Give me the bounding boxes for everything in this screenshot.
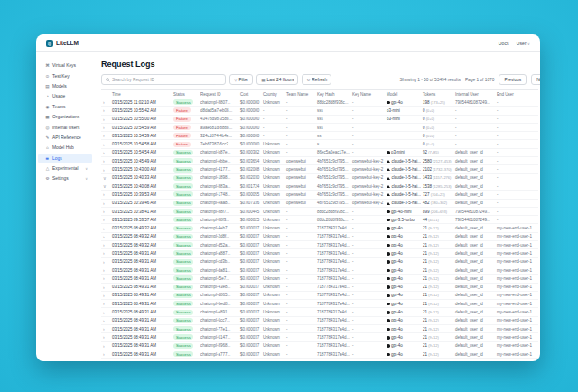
row-expand-chevron[interactable]: ›	[101, 257, 110, 266]
table-row[interactable]: ›03/15/2025 10:55:42 AMFailured8dad5a7-e…	[101, 107, 538, 115]
table-row[interactable]: ›03/15/2025 10:54:58 AMFailure7eb67387-6…	[101, 140, 538, 148]
table-row[interactable]: ›03/15/2025 08:49:31 AMSuccesschatcmpl-7…	[101, 325, 538, 333]
row-expand-chevron[interactable]: ›	[101, 148, 110, 156]
request-search-box[interactable]	[101, 74, 226, 85]
cell-status: Success	[172, 325, 199, 333]
row-expand-chevron[interactable]: ∨	[101, 173, 110, 182]
table-row[interactable]: ›03/15/2025 08:49:31 AMSuccesschatcmpl-6…	[101, 300, 538, 308]
table-row[interactable]: ›03/15/2025 11:02:10 AMSuccesschatcmpl-8…	[101, 98, 538, 107]
row-expand-chevron[interactable]: ›	[101, 216, 110, 224]
previous-page-button[interactable]: Previous	[499, 74, 527, 85]
search-input[interactable]	[112, 78, 221, 82]
row-expand-chevron[interactable]: ›	[101, 283, 110, 291]
user-menu[interactable]: User ∨	[517, 41, 530, 46]
row-expand-chevron[interactable]: ›	[101, 266, 110, 274]
row-expand-chevron[interactable]: ›	[101, 333, 110, 341]
cell-tokens: 21 (9+12)	[421, 241, 453, 249]
sidebar-item-model-hub[interactable]: ⌂Model Hub	[38, 143, 92, 153]
cell-key-name: openwebui-key-2	[350, 165, 385, 173]
sidebar-item-virtual-keys[interactable]: ⌘Virtual Keys	[38, 61, 92, 70]
table-row[interactable]: ›03/15/2025 08:49:31 AMSuccesschatcmpl-e…	[101, 308, 538, 316]
row-expand-chevron[interactable]: ›	[101, 98, 110, 107]
row-expand-chevron[interactable]: ›	[101, 199, 110, 207]
table-row[interactable]: ›03/15/2025 08:49:31 AMSuccesschatcmpl-c…	[101, 257, 538, 266]
sidebar-item-teams[interactable]: ◉Teams	[38, 102, 92, 112]
row-expand-chevron[interactable]: ›	[101, 115, 110, 123]
status-badge: Success	[173, 293, 193, 298]
docs-link[interactable]: Docs	[499, 41, 509, 46]
sidebar-item-logs[interactable]: ≣Logs	[38, 154, 92, 163]
table-row[interactable]: ›03/15/2025 08:49:31 AMSuccesschatcmpl-a…	[101, 350, 538, 358]
row-expand-chevron[interactable]: ›	[101, 275, 110, 283]
time-range-button[interactable]: ▦ Last 24 Hours	[256, 74, 298, 85]
status-badge: Success	[173, 201, 193, 206]
sidebar-item-organizations[interactable]: ▦Organizations	[38, 112, 92, 122]
refresh-button[interactable]: ↻ Refresh	[302, 74, 331, 85]
sidebar-item-test-key[interactable]: ⊙Test Key	[38, 70, 92, 80]
next-page-button[interactable]: Next	[531, 74, 540, 85]
row-expand-chevron[interactable]: ›	[101, 316, 110, 324]
row-expand-chevron[interactable]: ›	[101, 291, 110, 299]
sidebar-item-settings[interactable]: ⚙Settings∨	[38, 173, 92, 183]
sidebar-item-experimental[interactable]: △Experimental∨	[38, 163, 92, 173]
filter-button[interactable]: ▽ Filter	[229, 74, 253, 85]
cell-key-name: -	[350, 257, 385, 266]
table-row[interactable]: ›03/15/2025 10:43:00 AMSuccesschatcmpl-4…	[101, 165, 538, 173]
cell-tokens: 727 (704+23)	[421, 191, 453, 199]
table-row[interactable]: ›03/15/2025 08:49:31 AMSuccesschatcmpl-d…	[101, 266, 538, 274]
row-expand-chevron[interactable]: ›	[101, 224, 110, 232]
row-expand-chevron[interactable]: ›	[101, 350, 110, 358]
table-row[interactable]: ›03/15/2025 10:45:49 AMSuccesschatcmpl-e…	[101, 157, 538, 165]
row-expand-chevron[interactable]: ›	[101, 140, 110, 148]
table-row[interactable]: ›03/15/2025 10:39:53 AMSuccesschatcmpl-1…	[101, 191, 538, 199]
table-row[interactable]: ∨03/15/2025 10:40:08 AMSuccesschatcmpl-8…	[101, 182, 538, 190]
cell-team-name: -	[284, 232, 315, 240]
table-row[interactable]: ∨03/15/2025 10:40:33 AMSuccesschatcmpl-1…	[101, 173, 538, 182]
table-row[interactable]: ›03/15/2025 10:38:41 AMSuccesschatcmpl-8…	[101, 207, 538, 215]
cell-tokens: 0 (0+0)	[421, 140, 453, 148]
table-row[interactable]: ›03/15/2025 08:49:32 AMSuccesschatcmpl-d…	[101, 241, 538, 249]
table-row[interactable]: ›03/15/2025 10:39:46 AMSuccesschatcmpl-e…	[101, 199, 538, 207]
sidebar-item-internal-users[interactable]: ◎Internal Users	[38, 122, 92, 132]
sidebar-item-usage[interactable]: ◔Usage	[38, 91, 92, 101]
cell-model	[385, 140, 421, 148]
table-row[interactable]: ›03/15/2025 08:49:31 AMSuccesschatcmpl-4…	[101, 283, 538, 291]
table-row[interactable]: ›03/15/2025 08:49:31 AMSuccesschatcmpl-a…	[101, 249, 538, 257]
table-row[interactable]: ›03/15/2025 10:54:59 AMFailurea9ae681d-b…	[101, 123, 538, 131]
row-expand-chevron[interactable]: ›	[101, 165, 110, 173]
row-expand-chevron[interactable]: ›	[101, 207, 110, 215]
cell-internal-user: default_user_id	[453, 157, 495, 165]
cell-key-hash: 7187784317a4d...	[315, 249, 350, 257]
table-row[interactable]: ›03/15/2025 09:53:57 AMSuccesschatcmpl-8…	[101, 216, 538, 224]
cell-cost: $0.000037	[238, 257, 261, 266]
cell-tokens: 21 (9+12)	[421, 224, 453, 232]
cell-country: Unknown	[261, 300, 284, 308]
row-expand-chevron[interactable]: ›	[101, 308, 110, 316]
table-row[interactable]: ›03/15/2025 08:49:32 AMSuccesschatcmpl-2…	[101, 232, 538, 240]
row-expand-chevron[interactable]: ›	[101, 241, 110, 249]
table-row[interactable]: ›03/15/2025 08:49:31 AMSuccesschatcmpl-6…	[101, 316, 538, 324]
row-expand-chevron[interactable]: ›	[101, 300, 110, 308]
table-row[interactable]: ›03/15/2025 10:54:59 AMFailure324c1874-4…	[101, 132, 538, 140]
cell-tokens: 1538 (1285+253)	[421, 182, 453, 190]
row-expand-chevron[interactable]: ›	[101, 232, 110, 240]
cell-country: Unknown	[261, 283, 284, 291]
table-row[interactable]: ›03/15/2025 10:55:00 AMFailure4347bd9b-3…	[101, 115, 538, 123]
row-expand-chevron[interactable]: ›	[101, 157, 110, 165]
row-expand-chevron[interactable]: ›	[101, 123, 110, 131]
row-expand-chevron[interactable]: ›	[101, 249, 110, 257]
row-expand-chevron[interactable]: ›	[101, 107, 110, 115]
sidebar-item-models[interactable]: ▤Models	[38, 81, 92, 91]
row-expand-chevron[interactable]: ›	[101, 325, 110, 333]
row-expand-chevron[interactable]: ›	[101, 132, 110, 140]
table-row[interactable]: ›03/15/2025 08:49:31 AMSuccesschatcmpl-6…	[101, 333, 538, 341]
row-expand-chevron[interactable]: ›	[101, 191, 110, 199]
table-row[interactable]: ›03/15/2025 08:49:31 AMSuccesschatcmpl-f…	[101, 275, 538, 283]
row-expand-chevron[interactable]: ∨	[101, 182, 110, 190]
sidebar-item-api-reference[interactable]: ✎API Reference	[38, 133, 92, 143]
table-row[interactable]: ›03/15/2025 08:49:31 AMSuccesschatcmpl-d…	[101, 291, 538, 299]
table-row[interactable]: ›03/15/2025 10:54:54 AMSuccesschatcmpl-b…	[101, 148, 538, 156]
table-row[interactable]: ›03/15/2025 08:49:31 AMSuccesschatcmpl-8…	[101, 341, 538, 350]
table-row[interactable]: ›03/15/2025 08:49:32 AMSuccesschatcmpl-4…	[101, 224, 538, 232]
row-expand-chevron[interactable]: ›	[101, 341, 110, 350]
